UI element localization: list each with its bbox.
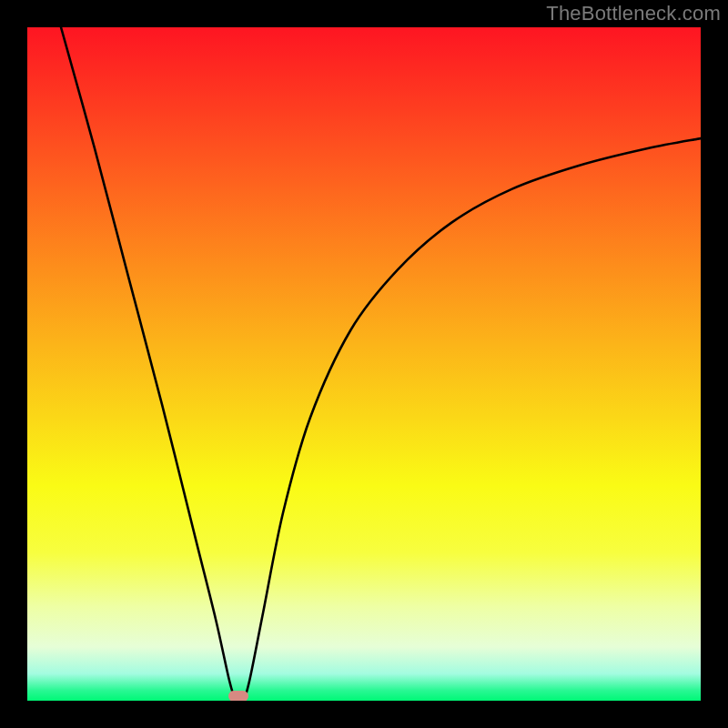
plot-area bbox=[27, 27, 701, 701]
minimum-marker bbox=[228, 691, 248, 701]
chart-frame: TheBottleneck.com bbox=[0, 0, 728, 728]
curve-svg bbox=[27, 27, 701, 701]
bottleneck-curve bbox=[61, 27, 701, 701]
attribution-text: TheBottleneck.com bbox=[546, 2, 721, 25]
